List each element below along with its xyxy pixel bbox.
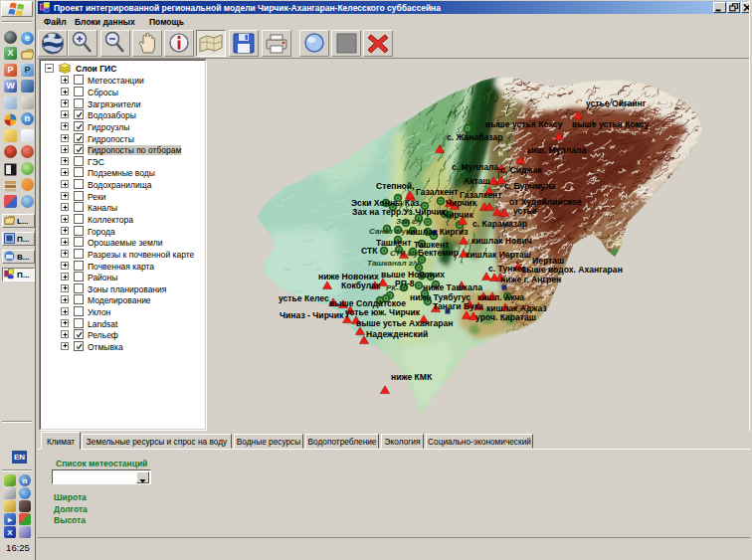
svg-text:киш. Муллала: киш. Муллала	[527, 145, 587, 155]
svg-text:кишлак Киргиз: кишлак Киргиз	[406, 227, 469, 237]
svg-text:Бектемир: Бектемир	[418, 248, 459, 258]
svg-text:с. Жанабазар: с. Жанабазар	[447, 132, 503, 142]
svg-text:СТК г/у: СТК г/у	[390, 249, 419, 258]
svg-text:с. Сиджак: с. Сиджак	[500, 165, 542, 175]
svg-text:кишлак Иерташ: кишлак Иерташ	[466, 250, 531, 260]
svg-text:ниже Ташкала: ниже Ташкала	[423, 282, 482, 292]
svg-text:устье Ойгаинг: устье Ойгаинг	[586, 98, 647, 108]
svg-text:уроч. Караташ: уроч. Караташ	[475, 312, 536, 322]
svg-text:Акташ: Акташ	[464, 176, 490, 186]
svg-text:выше водох. Ахангаран: выше водох. Ахангаран	[521, 265, 623, 275]
svg-text:Зах на терр.Уз.Чирчик: Зах на терр.Уз.Чирчик	[352, 207, 447, 217]
svg-text:СТК: СТК	[361, 246, 378, 256]
svg-text:Чирчик: Чирчик	[443, 210, 474, 220]
svg-text:устье юж. Чирчик: устье юж. Чирчик	[345, 307, 421, 317]
svg-text:с. Муллала.: с. Муллала.	[452, 162, 501, 172]
svg-text:устье: устье	[513, 206, 537, 216]
svg-text:Ташканал г/у: Ташканал г/у	[367, 259, 420, 268]
svg-text:выше устья Коксу: выше устья Коксу	[572, 119, 650, 129]
svg-text:кишл. Акча: кишл. Акча	[477, 292, 524, 302]
svg-text:Танаги Бука: Танаги Бука	[433, 301, 483, 311]
svg-text:ниже КМК: ниже КМК	[391, 372, 433, 382]
svg-text:Чиназ - Чирчик: Чиназ - Чирчик	[280, 310, 344, 320]
svg-text:Кокбулак: Кокбулак	[341, 280, 381, 290]
svg-text:Ташкент: Ташкент	[376, 238, 411, 248]
svg-text:Надежденский: Надежденский	[366, 329, 428, 339]
svg-text:Чирчик: Чирчик	[446, 198, 477, 208]
svg-text:с. Тункет: с. Тункет	[488, 264, 526, 274]
svg-text:Зак г/у: Зак г/у	[396, 217, 423, 226]
svg-text:ниже г. Ангрен: ниже г. Ангрен	[500, 275, 561, 284]
svg-text:выше устья Коксу: выше устья Коксу	[485, 119, 563, 129]
svg-text:Саназ г/у: Саназ г/у	[369, 227, 407, 236]
svg-text:с. Бурчмула: с. Бурчмула	[504, 181, 556, 191]
svg-text:РК-10: РК-10	[386, 283, 408, 292]
svg-text:кишлак Нович: кишлак Нович	[471, 236, 532, 246]
svg-text:Степной,: Степной,	[376, 181, 415, 191]
svg-text:Газалкент: Газалкент	[416, 187, 459, 197]
svg-text:выше устье Ахангаран: выше устье Ахангаран	[356, 318, 454, 328]
svg-text:с. Карамазар: с. Карамазар	[472, 219, 527, 229]
svg-text:устье Келес: устье Келес	[279, 293, 329, 303]
